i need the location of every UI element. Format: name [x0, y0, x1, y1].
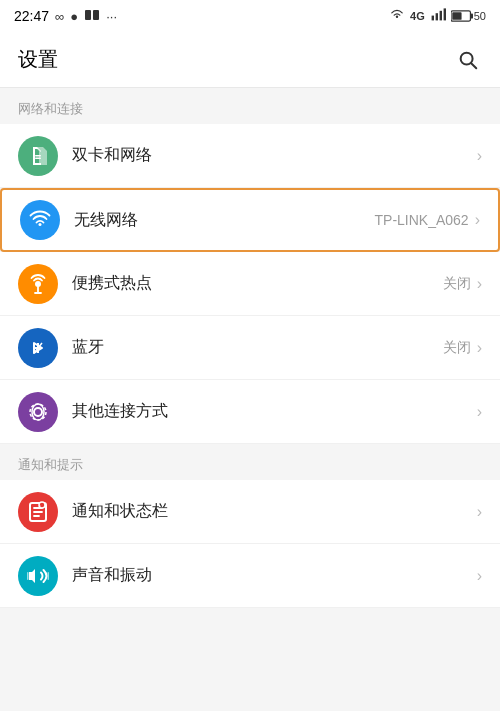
settings-item-wifi[interactable]: 无线网络 TP-LINK_A062 ›	[0, 188, 500, 252]
sound-vibrate-icon	[18, 556, 58, 596]
other-connections-label: 其他连接方式	[72, 401, 477, 422]
svg-rect-8	[471, 13, 473, 18]
status-left: 22:47 ∞ ● ···	[14, 8, 117, 25]
wifi-network-name: TP-LINK_A062	[375, 212, 469, 228]
svg-rect-4	[439, 11, 441, 21]
svg-rect-20	[48, 572, 50, 580]
svg-rect-3	[435, 13, 437, 20]
settings-item-notification-bar[interactable]: ! 通知和状态栏 ›	[0, 480, 500, 544]
wifi-status-icon	[389, 7, 405, 25]
svg-point-14	[34, 408, 42, 416]
message-icon: ●	[70, 9, 78, 24]
signal-icon	[84, 8, 100, 25]
other-connections-icon	[18, 392, 58, 432]
infinity-icon: ∞	[55, 9, 64, 24]
wifi-icon	[20, 200, 60, 240]
notification-bar-icon: !	[18, 492, 58, 532]
notification-bar-label: 通知和状态栏	[72, 501, 477, 522]
svg-rect-19	[27, 572, 29, 580]
dots-icon: ···	[106, 9, 117, 24]
hotspot-icon	[18, 264, 58, 304]
sound-vibrate-label: 声音和振动	[72, 565, 477, 586]
dual-sim-icon	[18, 136, 58, 176]
battery-icon: 50	[451, 10, 486, 22]
svg-rect-11	[35, 155, 41, 157]
page-title: 设置	[18, 46, 58, 73]
settings-item-other-connections[interactable]: 其他连接方式 ›	[0, 380, 500, 444]
svg-text:!: !	[40, 503, 41, 508]
svg-line-10	[471, 63, 476, 68]
section-label-network: 网络和连接	[0, 88, 500, 124]
chevron-icon: ›	[477, 339, 482, 357]
app-header: 设置	[0, 32, 500, 88]
svg-rect-5	[443, 8, 445, 20]
hotspot-label: 便携式热点	[72, 273, 443, 294]
chevron-icon: ›	[475, 211, 480, 229]
chevron-icon: ›	[477, 275, 482, 293]
svg-rect-0	[85, 10, 91, 20]
chevron-icon: ›	[477, 147, 482, 165]
settings-item-sound-vibrate[interactable]: 声音和振动 ›	[0, 544, 500, 608]
svg-rect-12	[35, 157, 41, 159]
section-label-notifications: 通知和提示	[0, 444, 500, 480]
settings-list: 网络和连接 双卡和网络 › 无线网络 TP-LINK_A062 ›	[0, 88, 500, 608]
status-right: 4G 50	[389, 7, 486, 25]
bluetooth-label: 蓝牙	[72, 337, 443, 358]
chevron-icon: ›	[477, 403, 482, 421]
signal-bars-icon	[430, 7, 446, 25]
hotspot-status: 关闭	[443, 275, 471, 293]
search-button[interactable]	[454, 46, 482, 74]
settings-item-bluetooth[interactable]: 蓝牙 关闭 ›	[0, 316, 500, 380]
battery-percent: 50	[474, 10, 486, 22]
status-bar: 22:47 ∞ ● ··· 4G	[0, 0, 500, 32]
bluetooth-icon	[18, 328, 58, 368]
settings-item-dual-sim[interactable]: 双卡和网络 ›	[0, 124, 500, 188]
svg-rect-1	[93, 10, 99, 20]
chevron-icon: ›	[477, 567, 482, 585]
wifi-label: 无线网络	[74, 210, 375, 231]
svg-rect-7	[452, 12, 461, 20]
bluetooth-status: 关闭	[443, 339, 471, 357]
settings-item-hotspot[interactable]: 便携式热点 关闭 ›	[0, 252, 500, 316]
4g-icon: 4G	[410, 10, 425, 22]
status-time: 22:47	[14, 8, 49, 24]
dual-sim-label: 双卡和网络	[72, 145, 477, 166]
chevron-icon: ›	[477, 503, 482, 521]
svg-rect-2	[431, 16, 433, 21]
